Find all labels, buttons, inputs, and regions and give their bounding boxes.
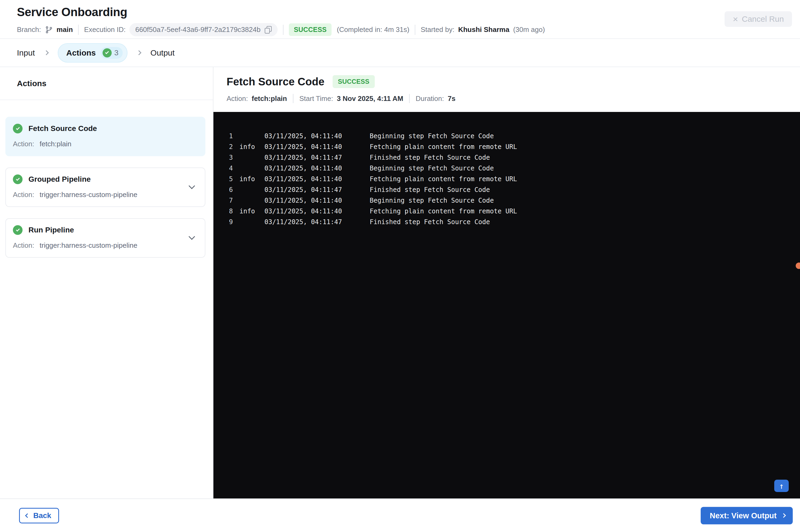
action-value: trigger:harness-custom-pipeline xyxy=(40,191,137,199)
scroll-top-button[interactable]: ↑ xyxy=(774,480,789,492)
log-lines: 103/11/2025, 04:11:40Beginning step Fetc… xyxy=(213,112,800,227)
back-label: Back xyxy=(33,511,51,520)
log-line: 303/11/2025, 04:11:47Finished step Fetch… xyxy=(229,152,800,163)
log-line-number: 7 xyxy=(229,195,240,206)
chevron-left-icon xyxy=(25,513,30,518)
action-card-title: Fetch Source Code xyxy=(28,124,97,133)
tab-input[interactable]: Input xyxy=(17,48,35,57)
check-circle-icon xyxy=(13,174,22,184)
tab-actions-active[interactable]: Actions3 xyxy=(58,43,128,62)
log-line-number: 8 xyxy=(229,206,240,216)
log-level xyxy=(240,195,264,206)
log-timestamp: 03/11/2025, 04:11:40 xyxy=(264,206,370,216)
check-tick xyxy=(105,50,109,54)
stepper: InputActions3Output xyxy=(0,39,800,67)
log-level xyxy=(240,216,264,227)
meta-label: Start Time: xyxy=(299,94,333,103)
branch-label: Branch: xyxy=(17,25,41,34)
log-line: 5info03/11/2025, 04:11:40Fetching plain … xyxy=(229,174,800,184)
page-title: Service Onboarding xyxy=(17,5,800,19)
execution-id-group: Execution ID: 660f50a7-5eef-43a6-9ff7-2a… xyxy=(84,23,278,36)
log-timestamp: 03/11/2025, 04:11:40 xyxy=(264,131,370,141)
status-badge: SUCCESS xyxy=(289,23,331,36)
page: Service Onboarding Branch: main Execut xyxy=(0,0,800,532)
action-label: Action: xyxy=(13,241,34,250)
divider xyxy=(409,94,409,103)
tab-label: Actions xyxy=(66,48,96,57)
check-circle-icon xyxy=(13,225,22,235)
log-timestamp: 03/11/2025, 04:11:40 xyxy=(264,174,370,184)
cancel-run-button[interactable]: × Cancel Run xyxy=(725,11,792,27)
log-line-number: 5 xyxy=(229,174,240,184)
meta-item: Start Time:3 Nov 2025, 4:11 AM xyxy=(299,94,403,103)
log-console[interactable]: 103/11/2025, 04:11:40Beginning step Fetc… xyxy=(213,112,800,498)
started-by-name: Khushi Sharma xyxy=(458,25,510,34)
actions-sidebar: Actions Fetch Source CodeAction:fetch:pl… xyxy=(0,67,213,498)
header: Service Onboarding Branch: main Execut xyxy=(0,0,800,39)
log-message: Beginning step Fetch Source Code xyxy=(370,163,800,174)
next-view-output-button[interactable]: Next: View Output xyxy=(701,507,793,524)
header-meta-row: Branch: main Execution ID: 660f50a7-5ee xyxy=(17,23,800,36)
execution-id-pill: 660f50a7-5eef-43a6-9ff7-2a2179c3824b xyxy=(129,23,278,36)
actions-count-badge: 3 xyxy=(101,47,123,59)
meta-value: 3 Nov 2025, 4:11 AM xyxy=(337,94,403,103)
action-card-grouped-pipeline[interactable]: Grouped PipelineAction:trigger:harness-c… xyxy=(5,168,205,207)
check-circle-icon xyxy=(102,48,112,57)
log-line-number: 1 xyxy=(229,131,240,141)
started-by-group: Started by: Khushi Sharma (30m ago) xyxy=(421,25,545,34)
action-card-fetch-source-code[interactable]: Fetch Source CodeAction:fetch:plain xyxy=(5,117,205,156)
tab-output[interactable]: Output xyxy=(150,48,174,57)
log-timestamp: 03/11/2025, 04:11:47 xyxy=(264,184,370,195)
card-title-row: Grouped Pipeline xyxy=(13,174,197,184)
action-card-title: Run Pipeline xyxy=(28,226,74,234)
footer: Back Next: View Output xyxy=(0,498,800,532)
check-circle-icon xyxy=(13,124,22,133)
meta-item: Action:fetch:plain xyxy=(227,94,287,103)
completed-in-text: (Completed in: 4m 31s) xyxy=(337,25,409,34)
card-title-row: Fetch Source Code xyxy=(13,124,197,133)
log-message: Beginning step Fetch Source Code xyxy=(370,195,800,206)
back-button[interactable]: Back xyxy=(19,508,59,524)
action-card-title: Grouped Pipeline xyxy=(28,175,91,184)
badge-count: 3 xyxy=(114,49,119,57)
action-value: fetch:plain xyxy=(40,140,72,148)
meta-value: fetch:plain xyxy=(252,94,287,103)
check-tick xyxy=(16,126,20,130)
log-level xyxy=(240,163,264,174)
log-timestamp: 03/11/2025, 04:11:47 xyxy=(264,216,370,227)
card-action-row: Action:fetch:plain xyxy=(13,140,197,148)
card-action-row: Action:trigger:harness-custom-pipeline xyxy=(13,191,197,199)
log-timestamp: 03/11/2025, 04:11:47 xyxy=(264,152,370,163)
log-message: Finished step Fetch Source Code xyxy=(370,152,800,163)
divider xyxy=(415,25,415,35)
detail-status-badge: SUCCESS xyxy=(332,75,375,88)
log-level xyxy=(240,152,264,163)
meta-label: Duration: xyxy=(416,94,444,103)
log-message: Finished step Fetch Source Code xyxy=(370,184,800,195)
check-tick xyxy=(16,177,20,180)
divider xyxy=(283,25,284,35)
meta-label: Action: xyxy=(227,94,248,103)
log-line: 603/11/2025, 04:11:47Finished step Fetch… xyxy=(229,184,800,195)
action-label: Action: xyxy=(13,191,34,199)
divider xyxy=(293,94,293,103)
log-line: 903/11/2025, 04:11:47Finished step Fetch… xyxy=(229,216,800,227)
log-timestamp: 03/11/2025, 04:11:40 xyxy=(264,141,370,152)
log-line-number: 3 xyxy=(229,152,240,163)
started-ago-text: (30m ago) xyxy=(513,25,545,34)
copy-icon[interactable] xyxy=(265,26,272,34)
card-title-row: Run Pipeline xyxy=(13,225,197,235)
action-card-run-pipeline[interactable]: Run PipelineAction:trigger:harness-custo… xyxy=(5,218,205,258)
content: Actions Fetch Source CodeAction:fetch:pl… xyxy=(0,67,800,498)
cancel-run-label: Cancel Run xyxy=(742,15,784,24)
log-line-number: 6 xyxy=(229,184,240,195)
log-message: Fetching plain content from remote URL xyxy=(370,174,800,184)
log-level: info xyxy=(240,174,264,184)
log-line: 8info03/11/2025, 04:11:40Fetching plain … xyxy=(229,206,800,216)
log-timestamp: 03/11/2025, 04:11:40 xyxy=(264,195,370,206)
log-line: 2info03/11/2025, 04:11:40Fetching plain … xyxy=(229,141,800,152)
chevron-right-icon xyxy=(781,513,786,518)
log-line: 703/11/2025, 04:11:40Beginning step Fetc… xyxy=(229,195,800,206)
chevron-right-icon xyxy=(137,50,141,55)
detail-panel: Fetch Source Code SUCCESS Action:fetch:p… xyxy=(213,67,800,498)
